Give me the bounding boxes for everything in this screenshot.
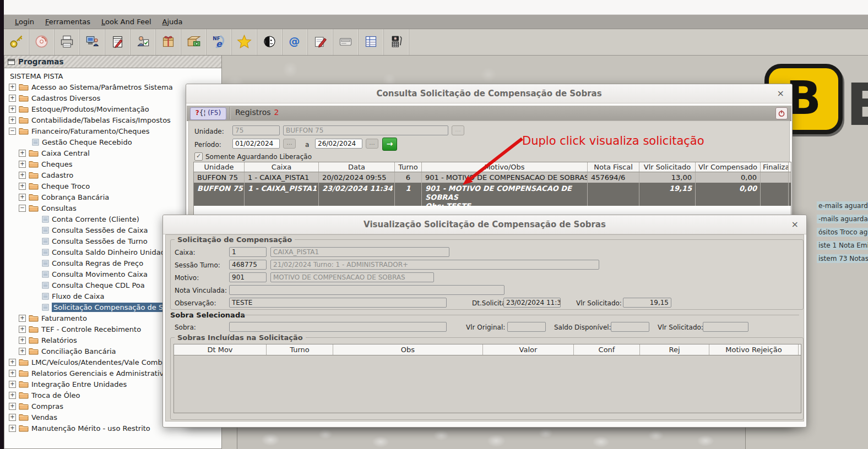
periodo-to-field[interactable]: 26/02/2024: [315, 139, 362, 149]
column-header[interactable]: Finalizado: [761, 162, 789, 172]
column-header[interactable]: Rej: [640, 344, 709, 355]
caixa-desc-field[interactable]: CAIXA_PISTA1: [270, 247, 449, 257]
observacao-field[interactable]: TESTE: [229, 298, 447, 308]
saldo-disponivel-field[interactable]: [611, 322, 649, 332]
record-disc-button[interactable]: [29, 29, 55, 55]
menu-item-ajuda[interactable]: Ajuda: [157, 18, 188, 26]
vlr-solicitado2-field[interactable]: [703, 322, 748, 332]
column-header[interactable]: Obs: [333, 344, 483, 355]
caixa-code-field[interactable]: 1: [229, 247, 267, 257]
notepad-button[interactable]: [105, 29, 131, 55]
expand-icon[interactable]: +: [9, 403, 16, 410]
aguardando-checkbox[interactable]: ✓: [194, 152, 203, 161]
expand-icon[interactable]: +: [9, 425, 16, 432]
card-reader-button[interactable]: [333, 29, 359, 55]
expand-icon[interactable]: +: [9, 370, 16, 377]
key-login-icon: [9, 34, 24, 51]
sessao-desc-field[interactable]: 21/02/2024 Turno: 1 - ADMINISTRADOR+: [270, 260, 599, 270]
column-header[interactable]: Dt Mov: [174, 344, 267, 355]
visualizacao-dialog-titlebar[interactable]: Visualização Solicitação de Compensação …: [163, 215, 806, 234]
periodo-from-browse-button[interactable]: ...: [283, 139, 296, 149]
workstation-button[interactable]: [80, 29, 105, 55]
support-headset-button[interactable]: [257, 29, 283, 55]
column-header[interactable]: Data: [319, 162, 395, 172]
menu-item-look-and-feel[interactable]: Look And Feel: [96, 18, 156, 26]
expand-icon[interactable]: +: [19, 194, 26, 201]
column-header[interactable]: Conf: [574, 344, 640, 355]
table-empty-area[interactable]: [194, 206, 791, 215]
program-icon: [42, 271, 49, 278]
menu-item-login[interactable]: Login: [9, 18, 40, 26]
column-header[interactable]: Valor: [483, 344, 574, 355]
expand-icon[interactable]: +: [9, 117, 16, 124]
printer-button[interactable]: [55, 29, 80, 55]
collapse-icon[interactable]: −: [19, 205, 26, 212]
tree-item-label: Consulta Saldo Dinheiro Unidade: [52, 248, 170, 256]
column-header[interactable]: Nota Fiscal: [588, 162, 639, 172]
notification-message[interactable]: -mails aguardando envi: [817, 215, 868, 223]
expand-icon[interactable]: +: [9, 381, 16, 388]
notification-message[interactable]: e-mails aguardando agrupam: [817, 201, 868, 210]
column-header[interactable]: Turno: [267, 344, 333, 355]
dt-solicitacao-field[interactable]: 23/02/2024 11:34: [503, 298, 561, 308]
expand-icon[interactable]: +: [9, 95, 16, 102]
sessao-code-field[interactable]: 468775: [229, 260, 267, 270]
folder-icon: [29, 204, 39, 212]
tree-item[interactable]: SISTEMA PISTA: [4, 70, 221, 81]
notification-message[interactable]: ósitos Troco aguardand: [817, 228, 868, 237]
close-icon[interactable]: ×: [791, 215, 799, 234]
key-login-button[interactable]: [4, 29, 29, 55]
column-header[interactable]: Vlr Solicitado: [639, 162, 696, 172]
close-stop-button[interactable]: [775, 107, 788, 119]
notes-pen-button[interactable]: [308, 29, 333, 55]
saldo-disponivel-label: Saldo Disponível:: [554, 324, 611, 331]
nota-vinculada-field[interactable]: [229, 285, 504, 295]
data-table-button[interactable]: [359, 29, 384, 55]
money-box-button[interactable]: [181, 29, 207, 55]
expand-icon[interactable]: +: [19, 183, 26, 190]
expand-icon[interactable]: +: [19, 348, 26, 355]
notification-message[interactable]: istem 73 Notas Rejeita: [817, 254, 868, 263]
vlr-solicitado-field[interactable]: 19,15: [623, 298, 671, 308]
fuel-pos-button[interactable]: [384, 29, 409, 55]
motivo-code-field[interactable]: 901: [229, 272, 267, 282]
column-header[interactable]: Motivo Rejeição: [709, 344, 799, 355]
favorites-star-button[interactable]: [232, 29, 257, 55]
email-at-button[interactable]: @: [283, 29, 308, 55]
close-icon[interactable]: ×: [777, 84, 784, 103]
refresh-f5-button[interactable]: ?{¦ (F5): [190, 107, 226, 120]
unidade-code-field[interactable]: 75: [232, 125, 280, 135]
column-header[interactable]: Turno: [395, 162, 422, 172]
sobra-field[interactable]: [229, 322, 447, 332]
consulta-dialog-titlebar[interactable]: Consulta Solicitação de Compensação de S…: [186, 84, 792, 103]
gift-box-button[interactable]: [156, 29, 181, 55]
vlr-original-field[interactable]: [507, 322, 546, 332]
menu-item-ferramentas[interactable]: Ferramentas: [40, 18, 96, 26]
expand-icon[interactable]: +: [19, 315, 26, 322]
notification-message[interactable]: iste 1 Nota Emitida em: [817, 241, 868, 250]
motivo-desc-field[interactable]: MOTIVO DE COMPENSACAO DE SOBRAS: [270, 272, 434, 282]
expand-icon[interactable]: +: [19, 172, 26, 179]
expand-icon[interactable]: +: [9, 359, 16, 366]
unidade-name-field[interactable]: BUFFON 75: [283, 125, 448, 135]
periodo-to-browse-button[interactable]: ...: [366, 139, 378, 149]
user-document-button[interactable]: [131, 29, 156, 55]
expand-icon[interactable]: +: [9, 414, 16, 421]
column-header[interactable]: Unidade: [194, 162, 245, 172]
expand-icon[interactable]: +: [9, 106, 16, 113]
expand-icon[interactable]: +: [19, 150, 26, 157]
periodo-from-field[interactable]: 01/02/2024: [232, 139, 280, 149]
expand-icon[interactable]: +: [9, 84, 16, 91]
svg-text:@: @: [289, 35, 300, 48]
column-header[interactable]: Vlr Compensado: [696, 162, 761, 172]
column-header[interactable]: Caixa: [245, 162, 319, 172]
expand-icon[interactable]: +: [19, 326, 26, 333]
sobras-incluidas-table-body[interactable]: [174, 355, 801, 413]
expand-icon[interactable]: +: [19, 161, 26, 168]
collapse-icon[interactable]: −: [9, 128, 16, 135]
nfe-logo-button[interactable]: NFe: [207, 29, 232, 55]
aguardando-checkbox-label: Somente Aguardando Liberação: [205, 153, 312, 161]
expand-icon[interactable]: +: [9, 392, 16, 399]
search-go-button[interactable]: →: [382, 138, 397, 151]
expand-icon[interactable]: +: [19, 337, 26, 344]
